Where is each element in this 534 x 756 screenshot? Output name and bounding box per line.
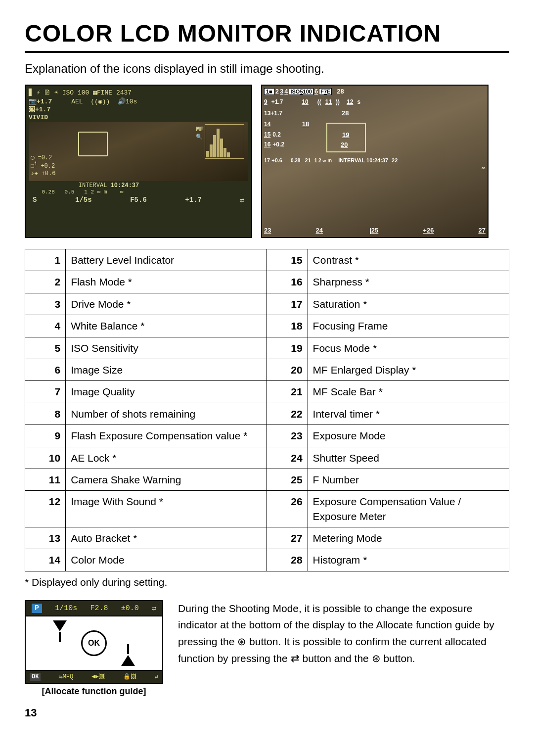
allocate-box: P 1/10s F2.8 ±0.0 ⇄ OK OK ⇆MFQ ◄►🖼	[25, 600, 163, 697]
table-num-left: 13	[25, 527, 66, 549]
table-label-right: Histogram *	[308, 549, 509, 571]
table-label-right: Shutter Speed	[308, 447, 509, 469]
table-label-left: ISO Sensitivity	[66, 337, 267, 359]
table-num-right: 25	[267, 469, 308, 490]
camera-display-left: ▊ ⚡ 🖹 ☀ ISO 100 ▦FINE 2437 📷+1.7 AEL ((◉…	[25, 85, 252, 238]
table-label-left: AE Lock *	[66, 447, 267, 469]
table-label-left: Flash Exposure Compensation value *	[66, 425, 267, 447]
footnote: * Displayed only during setting.	[25, 576, 509, 588]
camera-displays: ▊ ⚡ 🖹 ☀ ISO 100 ▦FINE 2437 📷+1.7 AEL ((◉…	[25, 85, 509, 238]
table-num-left: 3	[25, 293, 66, 315]
table-num-left: 10	[25, 447, 66, 469]
table-label-left: Battery Level Indicator	[66, 249, 267, 271]
table-num-right: 19	[267, 337, 308, 359]
table-label-left: Image Size	[66, 359, 267, 380]
table-num-right: 26	[267, 491, 308, 527]
table-label-right: F Number	[308, 469, 509, 490]
table-num-left: 4	[25, 315, 66, 337]
table-label-left: Flash Mode *	[66, 271, 267, 293]
page-title: COLOR LCD MONITOR INDICATION	[25, 20, 509, 53]
table-num-left: 7	[25, 381, 66, 403]
table-num-left: 2	[25, 271, 66, 293]
table-num-left: 9	[25, 425, 66, 447]
table-label-left: Auto Bracket *	[66, 527, 267, 549]
table-num-right: 24	[267, 447, 308, 469]
table-label-right: Sharpness *	[308, 271, 509, 293]
table-label-left: White Balance *	[66, 315, 267, 337]
table-num-left: 14	[25, 549, 66, 571]
table-num-left: 12	[25, 491, 66, 527]
table-num-right: 17	[267, 293, 308, 315]
table-label-right: Exposure Mode	[308, 425, 509, 447]
table-num-left: 8	[25, 403, 66, 425]
table-label-left: Camera Shake Warning	[66, 469, 267, 490]
camera-display-right: 1■ 2 3 4 ISO5100 6 F7E 28 9+1.7 10 ((11)…	[261, 85, 489, 238]
table-label-left: Drive Mode *	[66, 293, 267, 315]
subtitle: Explanation of the icons displayed in st…	[25, 62, 509, 76]
table-num-right: 28	[267, 549, 308, 571]
table-label-left: Image With Sound *	[66, 491, 267, 527]
table-label-left: Number of shots remaining	[66, 403, 267, 425]
table-num-right: 15	[267, 249, 308, 271]
table-num-right: 16	[267, 271, 308, 293]
description-text: During the Shooting Mode, it is possible…	[178, 600, 509, 666]
table-label-right: Interval timer *	[308, 403, 509, 425]
table-num-right: 23	[267, 425, 308, 447]
allocate-caption: [Allocate function guide]	[25, 686, 163, 697]
table-label-right: Focusing Frame	[308, 315, 509, 337]
table-num-left: 6	[25, 359, 66, 380]
table-label-right: Metering Mode	[308, 527, 509, 549]
table-label-left: Image Quality	[66, 381, 267, 403]
table-num-right: 21	[267, 381, 308, 403]
page-number: 13	[25, 707, 509, 719]
table-label-right: Saturation *	[308, 293, 509, 315]
table-label-left: Color Mode	[66, 549, 267, 571]
table-label-right: Contrast *	[308, 249, 509, 271]
items-table: 1 Battery Level Indicator 15 Contrast * …	[25, 249, 509, 571]
table-num-right: 22	[267, 403, 308, 425]
table-num-right: 27	[267, 527, 308, 549]
bottom-section: P 1/10s F2.8 ±0.0 ⇄ OK OK ⇆MFQ ◄►🖼	[25, 600, 509, 697]
table-num-right: 20	[267, 359, 308, 380]
table-num-left: 1	[25, 249, 66, 271]
table-num-left: 5	[25, 337, 66, 359]
table-label-right: MF Scale Bar *	[308, 381, 509, 403]
table-num-right: 18	[267, 315, 308, 337]
table-label-right: Exposure Compensation Value / Exposure M…	[308, 491, 509, 527]
table-label-right: MF Enlarged Display *	[308, 359, 509, 380]
table-num-left: 11	[25, 469, 66, 490]
table-label-right: Focus Mode *	[308, 337, 509, 359]
